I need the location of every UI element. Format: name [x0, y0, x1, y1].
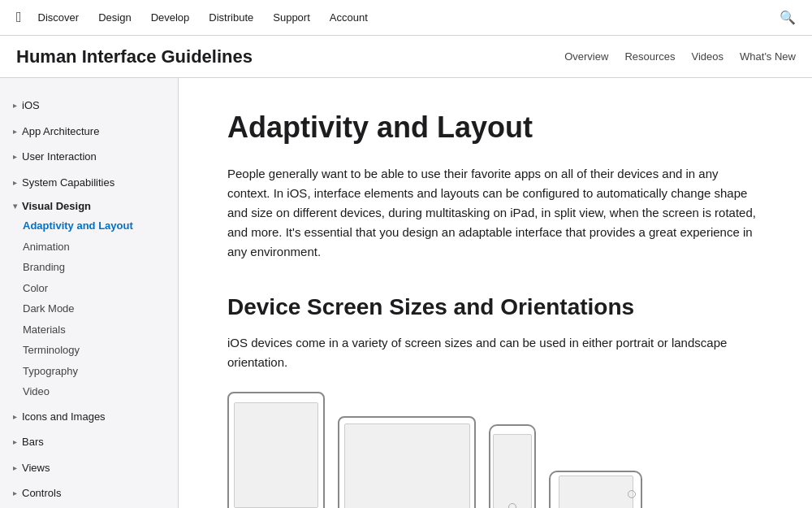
sidebar-section-visual-design: ▾ Visual Design Adaptivity and Layout An…: [0, 197, 178, 402]
sidebar-item-views[interactable]: ▸ Views: [0, 457, 178, 480]
sidebar-item-ios[interactable]: ▸ iOS: [0, 94, 178, 117]
sidebar-section-bars: ▸ Bars: [0, 431, 178, 454]
sidebar-subitem-video[interactable]: Video: [23, 381, 178, 402]
nav-design[interactable]: Design: [98, 11, 131, 24]
chevron-icon: ▸: [13, 436, 17, 448]
sidebar-section-icons: ▸ Icons and Images: [0, 406, 178, 428]
sidebar-user-interaction-label: User Interaction: [22, 149, 97, 165]
sidebar-subitem-adaptivity[interactable]: Adaptivity and Layout: [23, 215, 178, 237]
sidebar-item-icons-images[interactable]: ▸ Icons and Images: [0, 406, 178, 428]
nav-discover[interactable]: Discover: [38, 11, 80, 24]
sidebar-section-views: ▸ Views: [0, 457, 178, 480]
nav-links: Discover Design Develop Distribute Suppo…: [38, 11, 780, 24]
sidebar-subitem-typography[interactable]: Typography: [23, 361, 178, 382]
section-heading-screen-sizes: Device Screen Sizes and Orientations: [227, 294, 763, 320]
nav-distribute[interactable]: Distribute: [209, 11, 253, 24]
sidebar-section-app-arch: ▸ App Architecture: [0, 120, 178, 143]
device-ipad-landscape: [338, 416, 476, 508]
sidebar-section-system-capabilities: ▸ System Capabilities: [0, 172, 178, 194]
device-diagram: [227, 392, 763, 508]
chevron-icon: ▸: [13, 125, 17, 137]
sidebar-subitem-terminology[interactable]: Terminology: [23, 340, 178, 361]
chevron-icon: ▸: [13, 150, 17, 163]
visual-design-subgroup: Adaptivity and Layout Animation Branding…: [0, 215, 178, 402]
sidebar: ▸ iOS ▸ App Architecture ▸ User Interact…: [0, 78, 179, 508]
iphone-portrait-screen: [493, 434, 532, 509]
sidebar-controls-label: Controls: [22, 485, 61, 501]
sidebar-app-arch-label: App Architecture: [22, 124, 99, 140]
main-content: Adaptivity and Layout People generally w…: [179, 78, 812, 508]
sidebar-item-controls[interactable]: ▸ Controls: [0, 482, 178, 505]
sidebar-item-system-capabilities[interactable]: ▸ System Capabilities: [0, 172, 178, 194]
iphone-landscape-home-button: [628, 490, 636, 498]
sidebar-ios-label: iOS: [22, 98, 40, 114]
sidebar-section-controls: ▸ Controls: [0, 482, 178, 505]
sidebar-item-visual-design[interactable]: ▾ Visual Design: [0, 197, 178, 215]
sidebar-section-user-interaction: ▸ User Interaction: [0, 145, 178, 168]
sidebar-item-user-interaction[interactable]: ▸ User Interaction: [0, 145, 178, 168]
iphone-home-button: [508, 503, 516, 508]
page-layout: ▸ iOS ▸ App Architecture ▸ User Interact…: [0, 78, 812, 508]
sidebar-subitem-color[interactable]: Color: [23, 278, 178, 299]
sidebar-visual-design-label: Visual Design: [22, 200, 91, 212]
chevron-icon: ▸: [13, 176, 17, 189]
ipad-screen: [234, 402, 318, 508]
sec-videos[interactable]: Videos: [692, 50, 724, 63]
sidebar-subitem-materials[interactable]: Materials: [23, 319, 178, 341]
sec-overview[interactable]: Overview: [564, 50, 608, 63]
iphone-landscape-screen: [559, 475, 633, 508]
sidebar-icons-label: Icons and Images: [22, 409, 106, 425]
sidebar-item-bars[interactable]: ▸ Bars: [0, 431, 178, 454]
device-ipad-large-portrait: [227, 392, 325, 508]
sidebar-subitem-animation[interactable]: Animation: [23, 237, 178, 258]
intro-paragraph: People generally want to be able to use …: [227, 164, 763, 262]
device-iphone-landscape: [549, 471, 642, 508]
nav-support[interactable]: Support: [273, 11, 310, 24]
chevron-icon: ▸: [13, 487, 17, 499]
device-iphone-portrait: [489, 424, 536, 508]
top-navigation:  Discover Design Develop Distribute Sup…: [0, 0, 812, 36]
sec-whats-new[interactable]: What's New: [740, 50, 796, 63]
nav-develop[interactable]: Develop: [151, 11, 190, 24]
chevron-down-icon: ▾: [13, 202, 17, 211]
chevron-icon: ▸: [13, 99, 17, 111]
sidebar-bars-label: Bars: [22, 434, 44, 450]
sidebar-section-ios: ▸ iOS: [0, 94, 178, 117]
hig-title: Human Interface Guidelines: [16, 46, 564, 67]
sidebar-subitem-branding[interactable]: Branding: [23, 257, 178, 278]
search-icon[interactable]: 🔍: [780, 10, 796, 25]
secondary-navigation: Human Interface Guidelines Overview Reso…: [0, 36, 812, 78]
apple-logo[interactable]: : [16, 9, 22, 26]
secondary-links: Overview Resources Videos What's New: [564, 50, 796, 63]
screen-sizes-paragraph: iOS devices come in a variety of screen …: [227, 333, 763, 372]
sidebar-subitem-dark-mode[interactable]: Dark Mode: [23, 298, 178, 319]
page-title: Adaptivity and Layout: [227, 111, 763, 145]
nav-account[interactable]: Account: [330, 11, 368, 24]
sidebar-item-app-architecture[interactable]: ▸ App Architecture: [0, 120, 178, 143]
chevron-icon: ▸: [13, 462, 17, 474]
sidebar-views-label: Views: [22, 460, 50, 476]
sidebar-system-cap-label: System Capabilities: [22, 175, 114, 191]
chevron-icon: ▸: [13, 410, 17, 423]
sec-resources[interactable]: Resources: [624, 50, 675, 63]
ipad-landscape-screen: [344, 423, 470, 509]
